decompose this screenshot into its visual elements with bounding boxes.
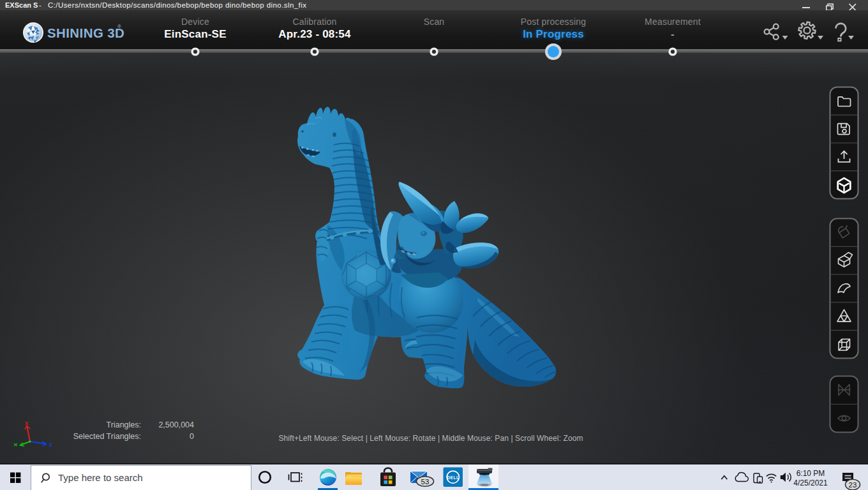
svg-text:23: 23 [849,481,857,489]
svg-text:®: ® [117,24,121,29]
svg-text:SHINING 3D: SHINING 3D [47,26,124,40]
svg-text:D E L L: D E L L [447,475,459,480]
svg-text:53: 53 [421,478,430,486]
